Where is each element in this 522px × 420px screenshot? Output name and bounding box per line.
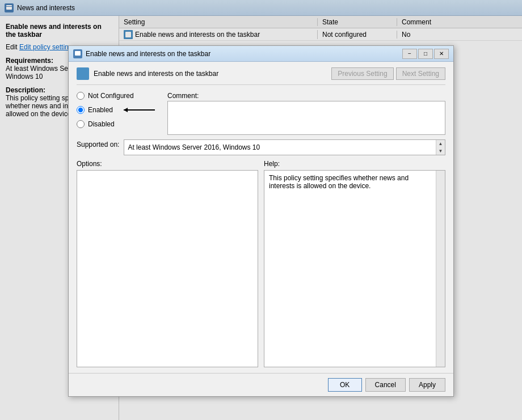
dialog-footer: OK Cancel Apply [69,373,453,396]
help-box: This policy setting specifies whether ne… [264,170,445,367]
radio-enabled[interactable]: Enabled [77,106,113,114]
dialog-content: Enable news and interests on the taskbar… [69,62,453,373]
radio-enabled-label: Enabled [88,106,113,114]
svg-marker-4 [124,108,128,112]
radio-not-configured-input[interactable] [77,92,85,100]
modal-overlay: Enable news and interests on the taskbar… [0,0,522,420]
radio-not-configured-label: Not Configured [88,92,134,100]
ok-button[interactable]: OK [328,378,362,392]
supported-on-value: At least Windows Server 2016, Windows 10… [124,139,445,155]
options-box [77,170,258,367]
dialog-title-icon [73,49,82,58]
radio-disabled-input[interactable] [77,120,85,128]
radio-disabled-label: Disabled [88,120,115,128]
comment-area: Comment: [167,92,445,135]
help-label: Help: [264,160,445,168]
dialog-subtitle-text: Enable news and interests on the taskbar [94,70,218,78]
options-help-row: Options: Help: This policy setting speci… [77,160,445,367]
svg-rect-2 [75,51,81,56]
dialog-subtitle-row: Enable news and interests on the taskbar… [77,67,445,85]
dialog-controls: − □ ✕ [402,49,449,59]
comment-textarea[interactable] [167,101,445,135]
help-scrollbar[interactable] [436,171,445,367]
options-label: Options: [77,160,258,168]
radio-comment-row: Not Configured Enabled [77,92,445,135]
help-section: Help: This policy setting specifies whet… [264,160,445,367]
dialog-title-bar: Enable news and interests on the taskbar… [69,46,453,62]
minimize-button[interactable]: − [402,49,417,59]
apply-button[interactable]: Apply [409,378,445,392]
dialog-subtitle-icon [77,67,89,80]
radio-group: Not Configured Enabled [77,92,162,135]
supported-on-scrollbar[interactable]: ▲ ▼ [436,140,445,155]
next-setting-button[interactable]: Next Setting [396,67,445,80]
close-button[interactable]: ✕ [434,49,449,59]
maximize-button[interactable]: □ [418,49,433,59]
dialog-nav-buttons: Previous Setting Next Setting [331,67,445,80]
arrow-annotation [121,104,161,116]
radio-disabled[interactable]: Disabled [77,120,162,128]
supported-on-row: Supported on: At least Windows Server 20… [77,139,445,155]
help-text: This policy setting specifies whether ne… [269,174,430,190]
dialog-title-text: Enable news and interests on the taskbar [86,50,211,58]
radio-not-configured[interactable]: Not Configured [77,92,162,100]
supported-on-label: Supported on: [77,141,119,149]
radio-enabled-input[interactable] [77,106,85,114]
cancel-button[interactable]: Cancel [365,378,406,392]
dialog: Enable news and interests on the taskbar… [68,45,454,397]
options-section: Options: [77,160,258,367]
comment-label: Comment: [167,92,445,100]
radio-enabled-row: Enabled [77,104,162,116]
previous-setting-button[interactable]: Previous Setting [331,67,393,80]
